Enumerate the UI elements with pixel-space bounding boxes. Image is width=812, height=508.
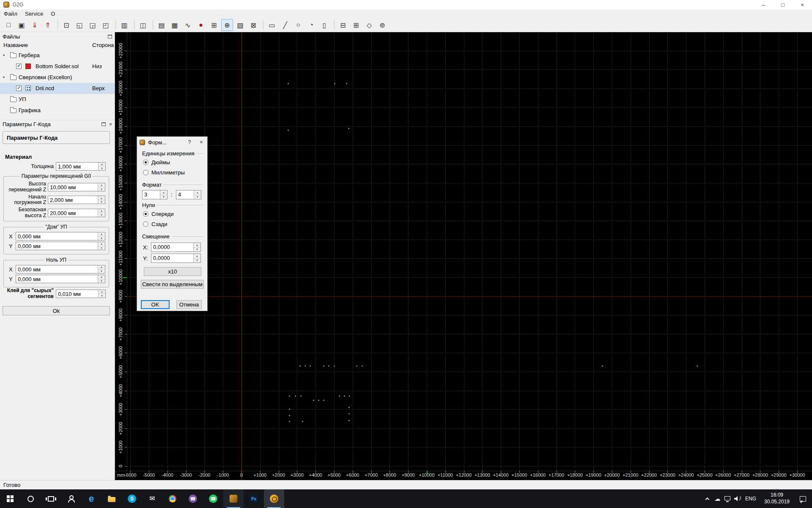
spin-up-button[interactable]: ▲ (98, 242, 105, 246)
spin-down-button[interactable]: ▼ (99, 167, 105, 171)
thickness-spinbox[interactable]: 1,000 мм▲▼ (56, 162, 106, 171)
spin-value[interactable]: 2,000 мм (48, 196, 98, 204)
taskbar-g2g-project-button[interactable] (223, 489, 244, 508)
dialog-close-button[interactable]: × (195, 137, 207, 148)
action-center-button[interactable] (795, 496, 810, 502)
network-tray-icon[interactable] (722, 496, 732, 502)
spin-down-button[interactable]: ▼ (194, 259, 200, 263)
curve-tool-button[interactable]: ∿ (182, 19, 194, 31)
gcode-panel-float-icon[interactable] (102, 122, 106, 126)
spin-up-button[interactable]: ▲ (98, 196, 105, 200)
close-button[interactable]: × (793, 0, 812, 9)
home-x-spinbox[interactable]: 0,000 мм▲▼ (16, 232, 105, 240)
taskbar-whatsapp-button[interactable]: ☎ (203, 489, 223, 508)
spin-value[interactable]: 10,000 мм (48, 183, 98, 191)
radio-leading[interactable]: Спереди (143, 209, 174, 219)
spin-value[interactable]: 0,0000 (151, 243, 193, 251)
graphics-folder[interactable]: Графика (0, 105, 115, 116)
taskbar-task-view-button[interactable] (41, 489, 61, 508)
files-panel-float-icon[interactable] (108, 35, 112, 39)
spin-down-button[interactable]: ▼ (194, 248, 200, 252)
expander-icon[interactable]: ▾ (3, 53, 5, 57)
volume-tray-icon[interactable] (732, 496, 743, 501)
radio-millimeters[interactable]: Миллиметры (143, 167, 185, 177)
g0-safe-spinbox[interactable]: 20,000 мм▲▼ (48, 209, 105, 217)
new-file-button[interactable]: □ (3, 19, 14, 31)
text-tool-button[interactable]: ▯ (318, 19, 330, 31)
offset-y-spinbox[interactable]: 0,0000▲▼ (151, 254, 201, 263)
zero-y-spinbox[interactable]: 0,000 мм▲▼ (16, 275, 105, 283)
spin-value[interactable]: 0,000 мм (16, 275, 98, 283)
layer-checkbox[interactable] (16, 64, 22, 69)
spin-up-button[interactable]: ▲ (98, 232, 105, 237)
gerber-group[interactable]: ▾Гербера (0, 50, 115, 61)
open-project-button[interactable]: ▣ (16, 19, 27, 31)
dialog-ok-button[interactable]: OK (141, 300, 170, 309)
board-view-button[interactable]: ▤ (156, 19, 167, 31)
dialog-cancel-button[interactable]: Отмена (176, 300, 202, 309)
onedrive-tray-icon[interactable]: ☁ (712, 496, 722, 502)
dril-ncd-layer[interactable]: Dril.ncdВерх (0, 83, 115, 94)
home-y-spinbox[interactable]: 0,000 мм▲▼ (16, 242, 105, 250)
spin-up-button[interactable]: ▲ (99, 290, 105, 294)
dialog-help-button[interactable]: ? (184, 137, 195, 148)
spin-value[interactable]: 0,000 мм (16, 242, 98, 250)
spin-down-button[interactable]: ▼ (99, 294, 105, 298)
taskbar-mail-button[interactable]: ✉ (142, 489, 162, 508)
taskbar-chrome-button[interactable] (162, 489, 183, 508)
glue-spinbox[interactable]: 0,010 мм▲▼ (56, 290, 106, 298)
duplicate-button[interactable]: ◇ (363, 19, 375, 31)
radio-inches[interactable]: Дюймы (143, 157, 185, 167)
taskbar-skype-button[interactable]: S (122, 489, 142, 508)
up-folder[interactable]: УП (0, 94, 115, 105)
canvas-workspace[interactable]: mm +22000+21000+20000+19000+18000+17000+… (115, 32, 812, 480)
menu-service[interactable]: Service (21, 9, 47, 18)
spin-value[interactable]: 4 (176, 190, 194, 199)
ellipse-tool-button[interactable]: ○ (292, 19, 304, 31)
taskbar-people-button[interactable] (61, 489, 81, 508)
import-file-button[interactable]: ⇓ (29, 19, 41, 31)
copy-button[interactable]: ⊟ (337, 19, 349, 31)
grid-view-button[interactable]: ▦ (169, 19, 181, 31)
zero-x-spinbox[interactable]: 0,000 мм▲▼ (16, 265, 105, 273)
taskbar-edge-button[interactable]: e (81, 489, 102, 508)
spin-value[interactable]: 3 (143, 190, 160, 199)
taskbar-start-button[interactable] (0, 489, 20, 508)
spin-down-button[interactable]: ▼ (160, 195, 167, 199)
spin-down-button[interactable]: ▼ (98, 200, 105, 204)
taskbar-search-button[interactable] (20, 489, 41, 508)
layer-checkbox[interactable] (16, 86, 22, 91)
g0-height-spinbox[interactable]: 10,000 мм▲▼ (48, 183, 105, 191)
radio-trailing[interactable]: Сзади (143, 219, 174, 229)
spin-down-button[interactable]: ▼ (194, 195, 201, 199)
measure-button[interactable]: ▥ (118, 19, 130, 31)
spin-up-button[interactable]: ▲ (98, 209, 105, 213)
spin-up-button[interactable]: ▲ (98, 265, 105, 270)
tray-expand-button[interactable] (702, 497, 712, 500)
line-tool-button[interactable]: ╱ (279, 19, 291, 31)
select-area-button[interactable]: ⊡ (60, 19, 72, 31)
spin-up-button[interactable]: ▲ (160, 190, 167, 195)
bottom-solder-layer[interactable]: Bottom Solder.solНиз (0, 61, 115, 72)
spin-down-button[interactable]: ▼ (98, 237, 105, 240)
spin-up-button[interactable]: ▲ (194, 243, 200, 248)
maximize-button[interactable]: □ (773, 0, 793, 9)
x10-button[interactable]: x10 (144, 267, 201, 276)
scale-object-button[interactable]: ◲ (87, 19, 99, 31)
spin-up-button[interactable]: ▲ (98, 183, 105, 188)
mirror-button[interactable]: ◫ (137, 19, 149, 31)
crosshair-snap-button[interactable]: ⊕ (221, 19, 233, 31)
menu-about[interactable]: О (47, 9, 59, 18)
spin-value[interactable]: 0,000 мм (16, 265, 98, 273)
spin-value[interactable]: 1,000 мм (56, 163, 98, 170)
gcode-panel-close-icon[interactable]: × (109, 122, 112, 127)
clock[interactable]: 16:09 30.05.2019 (759, 492, 795, 505)
zoom-fit-button[interactable]: ⊞ (208, 19, 220, 31)
spin-up-button[interactable]: ▲ (99, 163, 105, 167)
record-button[interactable]: ● (195, 19, 207, 31)
language-indicator[interactable]: ENG (743, 496, 759, 502)
excellon-group[interactable]: ▾Сверловки (Excellon) (0, 72, 115, 83)
digits-before-spinbox[interactable]: 3▲▼ (142, 190, 167, 199)
settings-button[interactable]: ⊚ (376, 19, 388, 31)
taskbar-file-explorer-button[interactable] (102, 489, 122, 508)
